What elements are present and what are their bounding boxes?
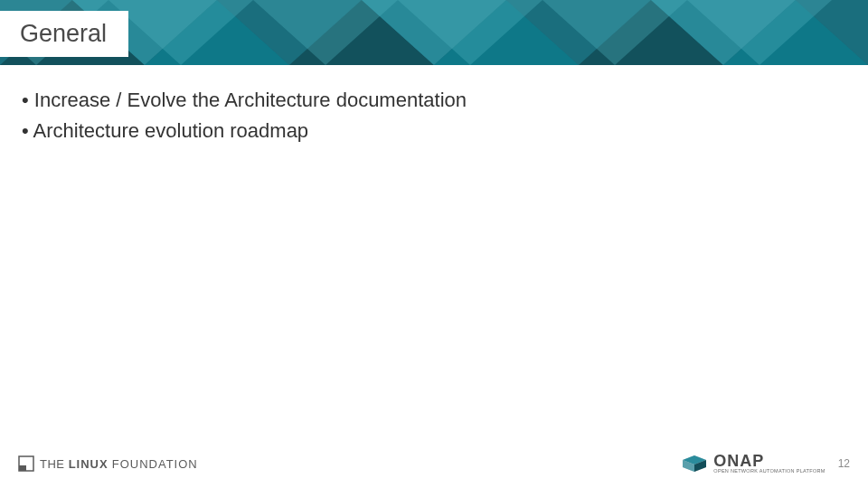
bullet-item: Increase / Evolve the Architecture docum…	[22, 87, 846, 114]
svg-rect-21	[19, 465, 21, 471]
lf-mark-icon	[18, 455, 34, 472]
slide-title: General	[0, 11, 128, 57]
onap-name: ONAP	[713, 453, 825, 469]
onap-logo: ONAP OPEN NETWORK AUTOMATION PLATFORM	[681, 453, 825, 474]
slide: General Increase / Evolve the Architectu…	[0, 0, 868, 488]
slide-header: General	[0, 0, 868, 65]
linux-foundation-logo: THE LINUX FOUNDATION	[18, 455, 198, 472]
lf-the: THE	[40, 457, 65, 471]
page-number: 12	[838, 457, 850, 470]
slide-footer: THE LINUX FOUNDATION ONAP OPEN NETWORK A…	[0, 445, 868, 488]
header-pattern	[0, 0, 868, 65]
lf-foundation: FOUNDATION	[112, 457, 198, 471]
lf-linux: LINUX	[69, 457, 108, 471]
footer-right: ONAP OPEN NETWORK AUTOMATION PLATFORM 12	[681, 453, 850, 474]
onap-tagline: OPEN NETWORK AUTOMATION PLATFORM	[713, 469, 825, 474]
bullet-item: Architecture evolution roadmap	[22, 117, 846, 145]
onap-mark-icon	[681, 455, 708, 473]
slide-body: Increase / Evolve the Architecture docum…	[22, 87, 846, 147]
